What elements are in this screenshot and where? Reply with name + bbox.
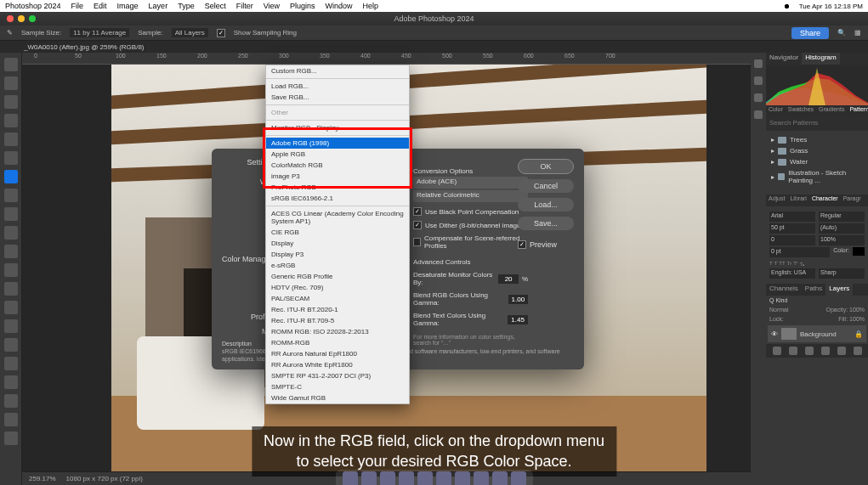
- panel-icon[interactable]: [754, 76, 763, 85]
- new-layer-icon[interactable]: [837, 347, 846, 355]
- dropdown-item[interactable]: e-sRGB: [266, 260, 409, 271]
- tab-layers[interactable]: Layers: [825, 284, 853, 296]
- zoom-tool-icon[interactable]: [4, 431, 18, 445]
- dock-app-icon[interactable]: [380, 471, 395, 485]
- load-button[interactable]: Load...: [518, 198, 574, 211]
- panel-icon-2[interactable]: [754, 93, 763, 102]
- minimize-icon[interactable]: [18, 15, 25, 22]
- dropdown-item[interactable]: sRGB IEC61966-2.1: [266, 193, 409, 204]
- close-icon[interactable]: [7, 15, 14, 22]
- blend-text-value[interactable]: 1.45: [508, 315, 528, 324]
- list-item[interactable]: ▸ Illustration - Sketch Painting ...: [769, 167, 865, 186]
- delete-layer-icon[interactable]: [854, 347, 862, 355]
- sample-size-select[interactable]: 11 by 11 Average: [70, 28, 129, 37]
- hand-tool-icon[interactable]: [4, 413, 18, 426]
- menu-file[interactable]: File: [71, 2, 84, 10]
- dock-app-icon[interactable]: [417, 471, 433, 485]
- tab-paragraph[interactable]: Paragr: [841, 195, 864, 206]
- blackpoint-checkbox[interactable]: ✓: [413, 207, 422, 216]
- dropdown-item[interactable]: Load RGB...: [266, 81, 409, 92]
- heal-tool-icon[interactable]: [4, 189, 18, 202]
- dropdown-item[interactable]: PAL/SECAM: [266, 293, 409, 304]
- type-tool-icon[interactable]: [4, 357, 18, 370]
- menu-layer[interactable]: Layer: [149, 2, 168, 10]
- gradient-tool-icon[interactable]: [4, 282, 18, 296]
- tab-adjust[interactable]: Adjust: [766, 195, 787, 206]
- zoom-level[interactable]: 259.17%: [29, 475, 56, 482]
- search-icon[interactable]: 🔍: [837, 29, 846, 37]
- intent-select[interactable]: Relative Colorimetric: [413, 190, 528, 202]
- dropdown-item[interactable]: image P3: [266, 171, 409, 182]
- sample-select[interactable]: All Layers: [172, 28, 208, 37]
- menu-select[interactable]: Select: [205, 2, 226, 10]
- path-tool-icon[interactable]: [4, 375, 18, 389]
- tab-character[interactable]: Character: [809, 195, 841, 206]
- blur-tool-icon[interactable]: [4, 301, 18, 314]
- pen-tool-icon[interactable]: [4, 338, 18, 352]
- move-tool-icon[interactable]: [4, 58, 18, 71]
- fullscreen-icon[interactable]: [29, 15, 36, 22]
- kerning-field[interactable]: 0: [769, 235, 815, 245]
- panel-icon-3[interactable]: [754, 110, 763, 119]
- scene-checkbox[interactable]: [413, 238, 421, 246]
- dropdown-item[interactable]: HDTV (Rec. 709): [266, 282, 409, 293]
- type-opt-icon[interactable]: T₁: [800, 261, 805, 267]
- dropdown-item[interactable]: CIE RGB: [266, 227, 409, 238]
- baseline-field[interactable]: 0 pt: [769, 247, 830, 257]
- dropdown-item[interactable]: RR Aurora Natural EpR1800: [266, 348, 409, 359]
- list-item[interactable]: ▸ Trees: [769, 134, 865, 145]
- visibility-icon[interactable]: 👁: [771, 330, 778, 338]
- type-opt-icon[interactable]: T: [769, 261, 773, 267]
- list-item[interactable]: ▸ Water: [769, 156, 865, 167]
- blend-mode-select[interactable]: Normal: [769, 307, 789, 313]
- list-item[interactable]: ▸ Grass: [769, 145, 865, 156]
- type-opt-icon[interactable]: T¹: [793, 261, 798, 267]
- dock-app-icon[interactable]: [361, 471, 377, 485]
- blend-rgb-value[interactable]: 1.00: [508, 295, 528, 304]
- frame-tool-icon[interactable]: [4, 151, 18, 165]
- dropdown-item[interactable]: Save RGB...: [266, 92, 409, 103]
- dropdown-item[interactable]: Display: [266, 238, 409, 249]
- stamp-tool-icon[interactable]: [4, 226, 18, 240]
- tab-paths[interactable]: Paths: [802, 284, 825, 296]
- type-opt-icon[interactable]: T: [774, 261, 778, 267]
- dropdown-item[interactable]: Custom RGB...: [266, 65, 409, 76]
- wand-tool-icon[interactable]: [4, 114, 18, 127]
- dropdown-item[interactable]: ColorMatch RGB: [266, 160, 409, 171]
- menu-edit[interactable]: Edit: [94, 2, 107, 10]
- dropdown-item[interactable]: Rec. ITU-R BT.2020-1: [266, 304, 409, 315]
- preview-checkbox[interactable]: ✓: [518, 240, 526, 249]
- tracking-field[interactable]: 100%: [819, 235, 865, 245]
- play-icon[interactable]: [754, 59, 763, 68]
- eraser-tool-icon[interactable]: [4, 263, 18, 277]
- aa-select[interactable]: Sharp: [819, 268, 865, 279]
- menu-help[interactable]: Help: [363, 2, 379, 10]
- size-field[interactable]: 50 pt: [769, 223, 815, 234]
- dropdown-item[interactable]: SMPTE RP 431-2-2007 DCI (P3): [266, 370, 409, 381]
- menu-window[interactable]: Window: [326, 2, 353, 10]
- shape-tool-icon[interactable]: [4, 394, 18, 408]
- tab-channels[interactable]: Channels: [766, 284, 802, 296]
- document-tab[interactable]: _W0A0010 (After).jpg @ 259% (RGB/8): [0, 41, 868, 53]
- link-layers-icon[interactable]: [773, 347, 781, 355]
- new-group-icon[interactable]: [821, 347, 830, 355]
- dropdown-item-selected[interactable]: Adobe RGB (1998): [266, 138, 409, 149]
- workspace-icon[interactable]: ▦: [854, 29, 861, 37]
- menu-plugins[interactable]: Plugins: [290, 2, 315, 10]
- desat-value[interactable]: 20: [498, 274, 519, 284]
- menu-filter[interactable]: Filter: [236, 2, 253, 10]
- style-select[interactable]: Regular: [819, 211, 865, 222]
- menu-image[interactable]: Image: [117, 2, 139, 10]
- type-opt-icon[interactable]: Tr: [787, 261, 791, 267]
- layer-mask-icon[interactable]: [805, 347, 814, 355]
- dock-app-icon[interactable]: [511, 471, 526, 485]
- dropdown-item[interactable]: Display P3: [266, 249, 409, 260]
- engine-select[interactable]: Adobe (ACE): [413, 177, 528, 189]
- eyedropper-tool-icon[interactable]: [4, 170, 18, 183]
- layer-row[interactable]: 👁 Background 🔒: [768, 325, 866, 342]
- dropdown-item[interactable]: Apple RGB: [266, 149, 409, 160]
- dropdown-item[interactable]: Rec. ITU-R BT.709-5: [266, 315, 409, 326]
- crop-tool-icon[interactable]: [4, 133, 18, 146]
- cancel-button[interactable]: Cancel: [518, 179, 574, 193]
- menu-view[interactable]: View: [264, 2, 280, 10]
